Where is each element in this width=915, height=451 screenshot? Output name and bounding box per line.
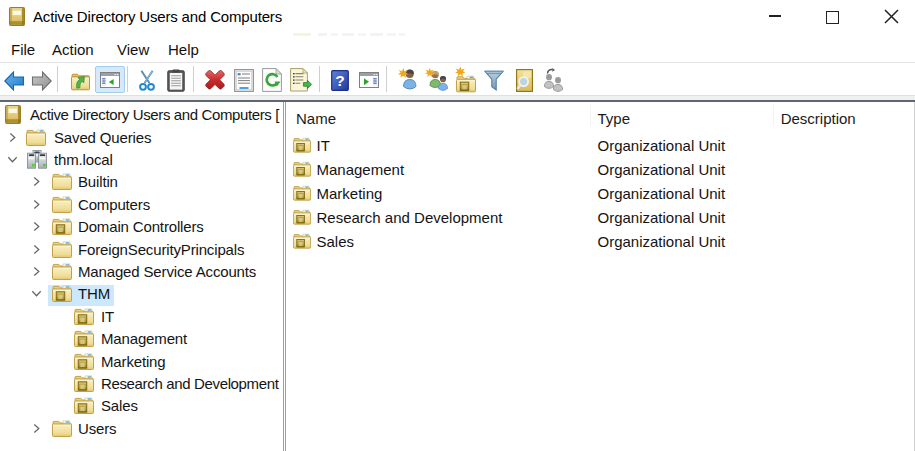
svg-text:?: ? bbox=[335, 72, 344, 89]
